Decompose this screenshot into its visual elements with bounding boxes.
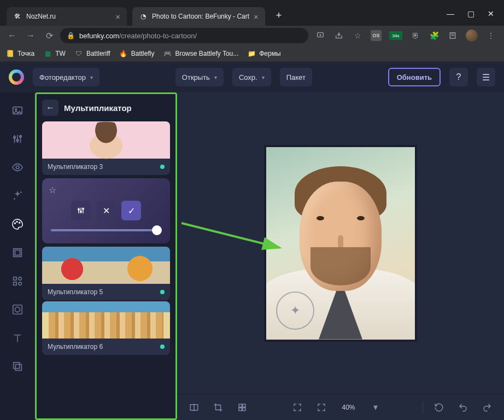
lock-icon: 🔒 xyxy=(67,32,75,39)
shapes-tool-icon[interactable] xyxy=(10,274,25,288)
tab-title: NozNet.ru xyxy=(26,13,111,20)
open-dropdown[interactable]: Открыть▾ xyxy=(175,68,224,86)
bookmark-battlefly[interactable]: 🔥Battlefly xyxy=(119,49,155,58)
reload-button[interactable]: ⟳ xyxy=(42,28,57,43)
chevron-down-icon: ▾ xyxy=(214,74,217,80)
extension-badge[interactable]: 34s xyxy=(389,31,402,40)
palette-tool-icon[interactable] xyxy=(10,217,25,231)
filter-thumbnail xyxy=(42,301,170,339)
flame-icon: 🔥 xyxy=(119,49,128,58)
svg-point-15 xyxy=(15,223,16,224)
filter-thumbnail xyxy=(42,121,170,159)
filter-active-controls: ☆ ✕ ✓ xyxy=(42,178,170,243)
save-dropdown[interactable]: Сохр.▾ xyxy=(232,68,271,86)
history-icon[interactable] xyxy=(431,399,447,416)
expand-icon[interactable] xyxy=(313,399,330,416)
lastfm-icon[interactable]: OS xyxy=(371,30,382,41)
install-icon[interactable] xyxy=(315,30,326,41)
shield-icon[interactable]: ⛨ xyxy=(410,30,421,41)
close-icon[interactable]: × xyxy=(254,12,259,21)
crop-icon[interactable] xyxy=(210,399,226,416)
tab-title: Photo to Cartoon: BeFunky - Cart xyxy=(152,13,249,20)
panel-title: Мультипликатор xyxy=(64,103,132,113)
bookmark-battlefy[interactable]: 🎮Browse Battlefy Tou... xyxy=(163,49,238,58)
filter-card-6[interactable]: Мультипликатор 6 xyxy=(42,301,170,355)
back-button[interactable]: ← xyxy=(4,28,20,43)
apply-button[interactable]: ✓ xyxy=(121,201,141,220)
cancel-button[interactable]: ✕ xyxy=(96,201,116,220)
panel-header: ← Мультипликатор xyxy=(42,100,170,116)
grid-icon[interactable] xyxy=(234,399,250,416)
forward-button[interactable]: → xyxy=(23,28,38,43)
favorite-star-icon[interactable]: ☆ xyxy=(49,185,163,195)
svg-rect-39 xyxy=(243,407,245,410)
layers-tool-icon[interactable] xyxy=(10,359,25,374)
svg-rect-24 xyxy=(13,305,22,314)
editor-dropdown[interactable]: Фоторедактор▾ xyxy=(33,68,99,86)
bookmark-farms[interactable]: 📁Фермы xyxy=(247,49,280,58)
before-after-icon[interactable] xyxy=(186,399,202,416)
slider-handle[interactable] xyxy=(152,225,162,235)
new-tab-button[interactable]: + xyxy=(271,5,288,26)
extensions-icon[interactable]: 🧩 xyxy=(429,30,439,41)
profile-avatar[interactable] xyxy=(466,30,478,42)
panel-back-button[interactable]: ← xyxy=(42,100,58,116)
premium-dot-icon xyxy=(160,345,165,349)
game-icon: 🎮 xyxy=(163,49,172,58)
frame-tool-icon[interactable] xyxy=(10,246,25,260)
eye-tool-icon[interactable] xyxy=(10,160,25,174)
canvas-toolbar: 40% ▾ xyxy=(177,394,504,420)
reader-icon[interactable] xyxy=(447,30,458,41)
befunky-logo[interactable] xyxy=(9,69,24,85)
settings-button[interactable] xyxy=(71,201,91,220)
canvas-image: ✦ xyxy=(264,145,417,342)
intensity-slider[interactable] xyxy=(51,229,161,231)
svg-point-12 xyxy=(16,166,19,169)
tool-sidebar xyxy=(0,92,35,420)
canvas-viewport[interactable]: ✦ xyxy=(177,92,504,394)
svg-rect-19 xyxy=(15,250,20,255)
app-header: Фоторедактор▾ Открыть▾ Сохр.▾ Пакет Обно… xyxy=(0,62,504,92)
url-box[interactable]: 🔒 befunky.com/create/photo-to-cartoon/ xyxy=(60,28,308,43)
undo-icon[interactable] xyxy=(455,399,471,416)
star-icon[interactable]: ☆ xyxy=(352,30,363,41)
window-controls: — ▢ ✕ xyxy=(447,9,504,26)
hamburger-menu-button[interactable]: ☰ xyxy=(477,68,495,86)
befunky-app: Фоторедактор▾ Открыть▾ Сохр.▾ Пакет Обно… xyxy=(0,62,504,420)
sparkle-tool-icon[interactable] xyxy=(10,189,25,203)
tab-noznet[interactable]: 🛠 NozNet.ru × xyxy=(7,7,127,26)
overlay-tool-icon[interactable] xyxy=(10,302,25,317)
close-button[interactable]: ✕ xyxy=(488,9,494,18)
premium-dot-icon xyxy=(160,290,165,294)
help-button[interactable]: ? xyxy=(449,68,468,86)
filter-card-5[interactable]: Мультипликатор 5 xyxy=(42,247,170,300)
svg-point-23 xyxy=(19,282,22,285)
filter-thumbnail xyxy=(42,247,170,284)
redo-icon[interactable] xyxy=(479,399,495,416)
kebab-menu-icon[interactable]: ⋮ xyxy=(485,30,496,41)
bookmark-battleriff[interactable]: 🛡Battleriff xyxy=(74,49,110,58)
fit-icon[interactable] xyxy=(289,399,306,416)
befunky-favicon-icon: ◔ xyxy=(139,12,148,21)
app-body: ← Мультипликатор Мультипликатор 3 ☆ ✕ ✓ xyxy=(0,92,504,420)
close-icon[interactable]: × xyxy=(115,12,120,21)
zoom-level[interactable]: 40% xyxy=(337,404,359,411)
filter-card-3[interactable]: Мультипликатор 3 xyxy=(42,121,170,175)
maximize-button[interactable]: ▢ xyxy=(467,9,474,18)
filter-label-row: Мультипликатор 6 xyxy=(42,339,170,355)
filter-label: Мультипликатор 5 xyxy=(48,288,103,296)
batch-button[interactable]: Пакет xyxy=(280,68,312,86)
text-tool-icon[interactable] xyxy=(10,331,25,345)
tab-strip: 🛠 NozNet.ru × ◔ Photo to Cartoon: BeFunk… xyxy=(0,0,447,26)
sliders-tool-icon[interactable] xyxy=(10,132,25,146)
bookmark-tochka[interactable]: 📒Точка xyxy=(5,49,34,58)
minimize-button[interactable]: — xyxy=(447,9,454,18)
image-tool-icon[interactable] xyxy=(10,103,25,118)
address-bar: ← → ⟳ 🔒 befunky.com/create/photo-to-cart… xyxy=(0,26,504,45)
svg-point-13 xyxy=(20,191,22,193)
tab-befunky[interactable]: ◔ Photo to Cartoon: BeFunky - Cart × xyxy=(132,7,265,26)
bookmark-tw[interactable]: ▦TW xyxy=(43,49,66,58)
upgrade-button[interactable]: Обновить xyxy=(388,68,441,86)
share-icon[interactable] xyxy=(333,30,344,41)
chevron-down-icon[interactable]: ▾ xyxy=(367,399,384,416)
